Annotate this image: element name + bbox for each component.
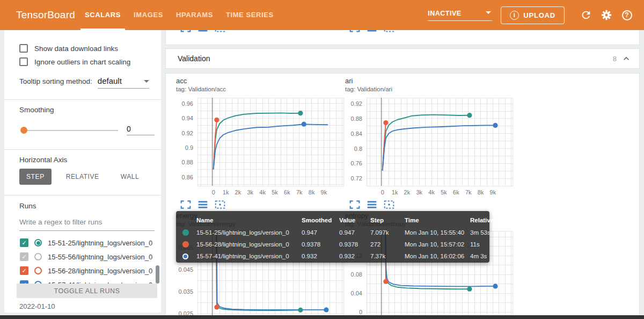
svg-text:8k: 8k bbox=[309, 189, 315, 195]
svg-text:0.88: 0.88 bbox=[182, 159, 193, 165]
run-date: 2022-01-10 bbox=[19, 302, 55, 310]
refresh-icon[interactable] bbox=[576, 5, 596, 25]
smoothing-slider-thumb[interactable] bbox=[20, 127, 27, 134]
tooltip-cell: 0.947 bbox=[339, 229, 370, 236]
tooltip-cell: 0.9378 bbox=[302, 241, 339, 248]
checkbox-label: Show data download links bbox=[34, 45, 118, 53]
run-radio-icon[interactable] bbox=[34, 253, 42, 260]
run-row[interactable]: ✓15-55-56/lightning_logs/version_0 bbox=[20, 252, 152, 261]
tooltip-cell: Mon Jan 10, 15:57:02 bbox=[405, 241, 470, 248]
fit-domain-icon[interactable] bbox=[215, 200, 225, 209]
settings-gear-icon[interactable] bbox=[597, 5, 616, 25]
tooltip-header-cell: Step bbox=[370, 217, 405, 223]
chart-plot-acc[interactable]: 0.960.940.920.90.880.8601k2k3k4k5k6k7k8k… bbox=[176, 96, 346, 202]
runs-scrollbar-thumb[interactable] bbox=[156, 265, 159, 284]
svg-text:7k: 7k bbox=[296, 189, 303, 195]
app-title: TensorBoard bbox=[16, 0, 75, 30]
chart-plot-ari[interactable]: 0.920.880.840.80.760.7201k2k3k4k5k6k7k8k… bbox=[345, 96, 515, 202]
svg-text:1k: 1k bbox=[223, 189, 229, 195]
section-title: Validation bbox=[178, 54, 210, 63]
run-row[interactable]: ✓15-56-28/lightning_logs/version_0 bbox=[20, 266, 152, 275]
axis-button-wall[interactable]: WALL bbox=[114, 169, 147, 185]
tooltip-cell: 11s bbox=[470, 241, 480, 248]
show-download-links-checkbox[interactable]: Show data download links bbox=[19, 44, 118, 53]
menu-icon[interactable] bbox=[367, 200, 377, 209]
svg-text:0.92: 0.92 bbox=[182, 130, 193, 136]
tooltip-cell: 15-56-28/lightning_logs/version_0 bbox=[196, 241, 302, 248]
svg-text:0.76: 0.76 bbox=[351, 160, 362, 166]
svg-text:0.045: 0.045 bbox=[178, 266, 193, 273]
svg-text:2k: 2k bbox=[235, 189, 241, 195]
tooltip-cell: 3m 53s bbox=[470, 229, 491, 236]
chart-tag: tag: Validation/acc bbox=[176, 86, 226, 92]
divider bbox=[4, 99, 161, 100]
tooltip-cell: 0.932 bbox=[302, 253, 339, 259]
header-right: INACTIVE i UPLOAD bbox=[428, 0, 644, 30]
run-name: 15-56-28/lightning_logs/version_0 bbox=[48, 267, 152, 275]
axis-button-step[interactable]: STEP bbox=[19, 169, 52, 185]
axis-button-relative[interactable]: RELATIVE bbox=[59, 169, 106, 185]
checkbox-icon bbox=[19, 44, 28, 53]
expand-icon[interactable] bbox=[180, 200, 191, 209]
status-dropdown-value: INACTIVE bbox=[428, 10, 461, 17]
tab-scalars[interactable]: SCALARS bbox=[78, 0, 127, 30]
svg-text:4k: 4k bbox=[428, 189, 435, 195]
toggle-all-runs-button[interactable]: TOGGLE ALL RUNS bbox=[17, 284, 157, 298]
svg-text:0.84: 0.84 bbox=[351, 130, 362, 137]
menu-icon[interactable] bbox=[197, 200, 208, 209]
tooltip-header-cell: Relative bbox=[470, 217, 494, 223]
svg-text:0.92: 0.92 bbox=[351, 100, 362, 107]
tooltip-cell: 7.37k bbox=[370, 253, 405, 259]
tab-hparams[interactable]: HPARAMS bbox=[170, 0, 219, 30]
chevron-down-icon bbox=[144, 80, 149, 83]
svg-text:0.72: 0.72 bbox=[351, 175, 362, 182]
run-row[interactable]: ✓15-51-25/lightning_logs/version_0 bbox=[20, 238, 152, 247]
tooltip-cell: 0.932 bbox=[339, 253, 370, 259]
help-icon[interactable]: ? bbox=[617, 5, 636, 25]
ignore-outliers-checkbox[interactable]: Ignore outliers in chart scaling bbox=[19, 57, 130, 66]
fit-domain-icon[interactable] bbox=[384, 200, 394, 209]
smoothing-slider-track[interactable] bbox=[24, 130, 118, 131]
svg-text:0: 0 bbox=[212, 189, 215, 195]
smoothing-value-input[interactable]: 0 bbox=[127, 125, 155, 135]
tooltip-sorting-select[interactable]: default bbox=[98, 76, 149, 89]
tab-time-series[interactable]: TIME SERIES bbox=[219, 0, 280, 30]
status-dropdown[interactable]: INACTIVE bbox=[428, 10, 492, 21]
svg-text:5k: 5k bbox=[272, 189, 278, 195]
divider bbox=[4, 149, 161, 150]
tooltip-cell: Mon Jan 10, 15:55:40 bbox=[405, 229, 470, 236]
svg-text:0.08: 0.08 bbox=[351, 271, 362, 278]
checkbox-icon bbox=[19, 57, 28, 66]
svg-text:0: 0 bbox=[381, 189, 384, 195]
divider bbox=[4, 195, 161, 195]
tooltip-row: 15-51-25/lightning_logs/version_00.9470.… bbox=[182, 227, 484, 238]
svg-text:7k: 7k bbox=[465, 189, 472, 195]
tensorboard-app: TensorBoard SCALARSIMAGESHPARAMSTIME SER… bbox=[0, 0, 644, 319]
run-checkbox-icon[interactable]: ✓ bbox=[20, 238, 28, 247]
tab-images[interactable]: IMAGES bbox=[127, 0, 170, 30]
tooltip-row: 15-56-28/lightning_logs/version_00.93780… bbox=[182, 238, 484, 250]
expand-icon[interactable] bbox=[349, 200, 360, 209]
app-header: TensorBoard SCALARSIMAGESHPARAMSTIME SER… bbox=[0, 0, 644, 30]
chevron-down-icon bbox=[486, 11, 491, 14]
tooltip-header-row: NameSmoothedValueStepTimeRelative bbox=[182, 214, 484, 227]
tooltip-sorting-value: default bbox=[98, 76, 122, 85]
runs-filter-input[interactable]: Write a regex to filter runs bbox=[19, 217, 155, 231]
run-checkbox-icon[interactable]: ✓ bbox=[20, 266, 28, 275]
svg-text:5k: 5k bbox=[441, 189, 447, 195]
run-radio-icon[interactable] bbox=[34, 239, 42, 247]
tooltip-cell: 15-51-25/lightning_logs/version_0 bbox=[196, 229, 302, 236]
run-name: 15-55-56/lightning_logs/version_0 bbox=[48, 253, 152, 261]
run-checkbox-icon[interactable]: ✓ bbox=[20, 252, 28, 261]
chart-title: acc bbox=[176, 77, 226, 85]
validation-section-header[interactable]: Validation 8 bbox=[165, 48, 640, 69]
tooltip-header-cell: Time bbox=[405, 217, 470, 223]
chart-title-block: aritag: Validation/ari bbox=[345, 77, 392, 92]
upload-button[interactable]: i UPLOAD bbox=[501, 6, 565, 24]
chart-toolbar bbox=[349, 200, 394, 209]
run-radio-icon[interactable] bbox=[34, 267, 42, 274]
svg-text:2k: 2k bbox=[404, 189, 411, 195]
svg-text:3k: 3k bbox=[416, 189, 422, 195]
chart-title: ari bbox=[345, 77, 392, 85]
chevron-up-icon[interactable] bbox=[622, 54, 631, 63]
